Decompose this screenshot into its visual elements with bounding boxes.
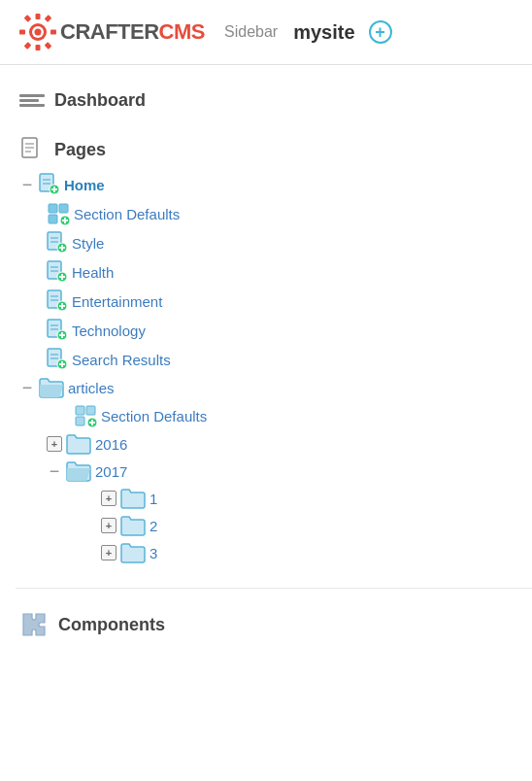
page-plus-icon bbox=[39, 173, 60, 196]
tree-row-entertainment[interactable]: Entertainment bbox=[47, 287, 532, 316]
pages-item[interactable]: Pages bbox=[16, 129, 532, 170]
tree-row-articles[interactable]: − articles bbox=[19, 374, 532, 401]
expand-folder-1-button[interactable]: + bbox=[101, 491, 116, 506]
pages-icon bbox=[19, 137, 45, 162]
svg-rect-8 bbox=[24, 15, 32, 22]
year-2016-label: 2016 bbox=[95, 436, 127, 453]
tree-row-style[interactable]: Style bbox=[47, 228, 532, 257]
tree-row-folder-1[interactable]: + 1 bbox=[101, 485, 532, 512]
collapse-home-button[interactable]: − bbox=[19, 177, 35, 192]
folder-1-label: 1 bbox=[150, 491, 157, 507]
svg-rect-58 bbox=[86, 406, 95, 415]
svg-rect-21 bbox=[49, 204, 57, 213]
logo-icon bbox=[16, 10, 60, 54]
dashboard-label: Dashboard bbox=[54, 90, 146, 111]
tree-row-section-defaults-2[interactable]: Section Defaults bbox=[74, 401, 532, 430]
page-plus-icon-health bbox=[47, 260, 68, 284]
logo-cms-text: CMS bbox=[159, 19, 205, 45]
folder-icon-2016 bbox=[66, 433, 91, 455]
svg-rect-57 bbox=[76, 406, 84, 415]
tree-row-technology[interactable]: Technology bbox=[47, 316, 532, 345]
header: CRAFTERCMS Sidebar mysite + bbox=[0, 0, 532, 65]
logo-crafter-text: CRAFTER bbox=[60, 19, 159, 45]
year-2017-label: 2017 bbox=[95, 463, 127, 480]
expand-folder-3-button[interactable]: + bbox=[101, 545, 116, 560]
collapse-2017-button[interactable]: − bbox=[47, 463, 62, 479]
section-defaults-icon-2 bbox=[74, 404, 97, 427]
folder-open-icon-articles bbox=[39, 377, 64, 398]
page-plus-icon-technology bbox=[47, 319, 68, 342]
page-plus-icon-style bbox=[47, 231, 68, 255]
folder-2-label: 2 bbox=[150, 518, 157, 534]
page-plus-icon-search-results bbox=[47, 348, 68, 371]
tree-row-folder-2[interactable]: + 2 bbox=[101, 512, 532, 539]
tree-row-folder-3[interactable]: + 3 bbox=[101, 539, 532, 566]
svg-rect-5 bbox=[50, 30, 56, 35]
dashboard-item[interactable]: Dashboard bbox=[16, 81, 532, 119]
entertainment-label: Entertainment bbox=[72, 293, 162, 310]
svg-rect-7 bbox=[45, 15, 52, 22]
logo[interactable]: CRAFTERCMS bbox=[16, 10, 205, 54]
svg-point-2 bbox=[35, 29, 42, 36]
search-results-label: Search Results bbox=[72, 352, 171, 368]
technology-label: Technology bbox=[72, 323, 146, 339]
style-label: Style bbox=[72, 235, 104, 252]
section-defaults-1-label: Section Defaults bbox=[74, 206, 180, 222]
tree-row-home[interactable]: − Home bbox=[19, 170, 532, 199]
sidebar-label[interactable]: Sidebar bbox=[224, 23, 278, 41]
folder-3-label: 3 bbox=[150, 545, 157, 561]
folder-icon-2 bbox=[120, 515, 146, 536]
svg-rect-10 bbox=[24, 42, 32, 50]
expand-folder-2-button[interactable]: + bbox=[101, 518, 116, 533]
folder-icon-1 bbox=[120, 488, 146, 509]
components-icon bbox=[19, 610, 49, 639]
tree-row-section-defaults-1[interactable]: Section Defaults bbox=[47, 199, 532, 228]
tree-row-2016[interactable]: + 2016 bbox=[47, 430, 532, 458]
svg-rect-9 bbox=[45, 42, 52, 50]
section-defaults-icon-1 bbox=[47, 202, 70, 225]
expand-2016-button[interactable]: + bbox=[47, 436, 62, 452]
tree-row-search-results[interactable]: Search Results bbox=[47, 345, 532, 374]
dashboard-icon bbox=[19, 88, 45, 112]
articles-label: articles bbox=[68, 380, 115, 396]
section-defaults-2-label: Section Defaults bbox=[101, 408, 207, 424]
tree-row-2017[interactable]: − 2017 bbox=[47, 458, 532, 485]
svg-rect-22 bbox=[59, 204, 68, 213]
tree: − Home bbox=[19, 170, 532, 566]
folder-icon-3 bbox=[120, 542, 146, 563]
pages-label: Pages bbox=[54, 140, 106, 160]
sidebar-content: Dashboard Pages − bbox=[0, 65, 532, 662]
components-item[interactable]: Components bbox=[16, 602, 532, 647]
svg-rect-3 bbox=[36, 14, 41, 19]
folder-open-icon-2017 bbox=[66, 460, 91, 482]
collapse-articles-button[interactable]: − bbox=[19, 380, 35, 395]
site-name[interactable]: mysite bbox=[293, 21, 354, 44]
svg-rect-59 bbox=[76, 417, 84, 425]
health-label: Health bbox=[72, 264, 114, 281]
divider bbox=[16, 588, 532, 589]
home-label: Home bbox=[64, 177, 105, 193]
components-label: Components bbox=[58, 615, 165, 635]
svg-rect-4 bbox=[36, 45, 41, 51]
tree-row-health[interactable]: Health bbox=[47, 257, 532, 287]
svg-rect-23 bbox=[49, 215, 57, 223]
page-plus-icon-entertainment bbox=[47, 289, 68, 313]
add-site-button[interactable]: + bbox=[369, 20, 392, 44]
svg-rect-6 bbox=[19, 30, 25, 35]
